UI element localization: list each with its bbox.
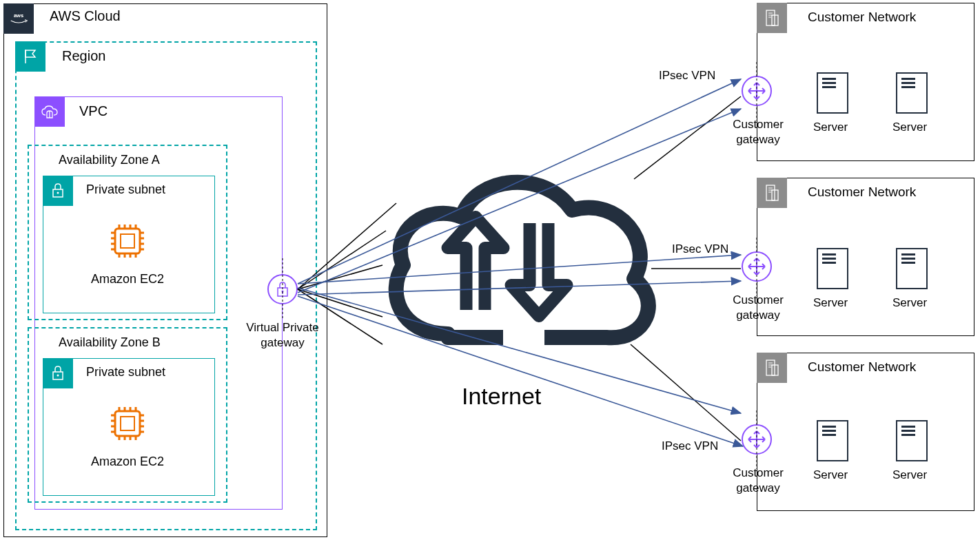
svg-line-54: [631, 344, 741, 441]
svg-line-52: [634, 96, 741, 179]
svg-line-47: [298, 289, 382, 344]
svg-line-60: [298, 296, 743, 446]
svg-line-49: [298, 265, 382, 289]
svg-line-56: [298, 109, 741, 293]
svg-line-55: [298, 79, 741, 284]
svg-line-59: [298, 288, 741, 413]
svg-line-58: [298, 281, 741, 295]
svg-line-57: [298, 255, 741, 284]
